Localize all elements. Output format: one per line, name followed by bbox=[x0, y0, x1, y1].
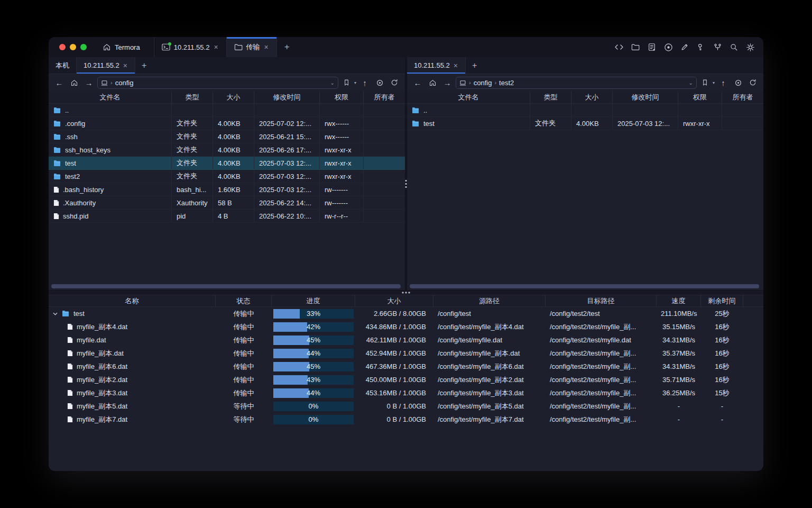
bookmark-button[interactable] bbox=[340, 76, 353, 89]
file-row[interactable]: .XauthorityXauthority58 B2025-06-22 14:.… bbox=[49, 196, 405, 210]
transfer-row[interactable]: test传输中33%2.66GB / 8.00GB/config/test/co… bbox=[49, 307, 763, 320]
file-type-cell: 文件夹 bbox=[172, 157, 213, 169]
column-header-速度[interactable]: 速度 bbox=[657, 295, 701, 306]
transfer-row[interactable]: myfile_副本4.dat传输中42%434.86MB / 1.00GB/co… bbox=[49, 320, 763, 333]
file-row[interactable]: .. bbox=[407, 104, 763, 117]
column-header-类型[interactable]: 类型 bbox=[530, 91, 571, 103]
bookmark-caret-icon[interactable]: ▾ bbox=[713, 80, 715, 85]
home-button[interactable] bbox=[68, 76, 80, 89]
transfer-row[interactable]: myfile_副本.dat传输中44%452.94MB / 1.00GB/con… bbox=[49, 347, 763, 360]
folder-button[interactable] bbox=[631, 42, 640, 52]
show-hidden-toggle[interactable] bbox=[732, 76, 744, 89]
left-horizontal-scrollbar[interactable] bbox=[51, 284, 401, 288]
transfer-status-cell: 等待中 bbox=[216, 402, 272, 411]
file-row[interactable]: .ssh文件夹4.00KB2025-06-21 15:...rwx------ bbox=[49, 130, 405, 143]
column-header-权限[interactable]: 权限 bbox=[320, 91, 364, 103]
file-type-cell: Xauthority bbox=[172, 196, 213, 209]
breadcrumb-segment[interactable]: config bbox=[474, 79, 492, 87]
file-row[interactable]: ssh_host_keys文件夹4.00KB2025-06-26 17:...r… bbox=[49, 143, 405, 157]
file-row[interactable]: test2文件夹4.00KB2025-07-03 12:...rwxr-xr-x bbox=[49, 170, 405, 183]
forward-button[interactable]: → bbox=[82, 76, 95, 89]
column-header-文件名[interactable]: 文件名 bbox=[407, 91, 530, 103]
file-row[interactable]: .. bbox=[49, 104, 405, 117]
home-button[interactable] bbox=[426, 76, 439, 89]
close-tab-icon[interactable]: × bbox=[264, 43, 269, 51]
column-header-修改时间[interactable]: 修改时间 bbox=[254, 91, 320, 103]
panel-tab-10.211.55.2[interactable]: 10.211.55.2× bbox=[407, 57, 466, 74]
column-header-剩余时间[interactable]: 剩余时间 bbox=[701, 295, 743, 306]
right-breadcrumb[interactable]: ›config›test2 ⌄ bbox=[456, 77, 697, 89]
notes-button[interactable] bbox=[647, 42, 657, 52]
file-row[interactable]: test文件夹4.00KB2025-07-03 12:...rwxr-xr-x bbox=[49, 157, 405, 170]
refresh-button[interactable] bbox=[746, 76, 759, 89]
transfer-eta-cell: 16秒 bbox=[701, 322, 743, 332]
maximize-window-button[interactable] bbox=[80, 44, 87, 50]
show-hidden-toggle[interactable] bbox=[373, 76, 386, 89]
file-row[interactable]: sshd.pidpid4 B2025-06-22 10:...rw-r--r-- bbox=[49, 210, 405, 223]
chevron-down-icon[interactable]: ⌄ bbox=[330, 80, 335, 86]
close-tab-icon[interactable]: × bbox=[213, 43, 218, 51]
minimize-window-button[interactable] bbox=[70, 44, 76, 50]
column-header-所有者[interactable]: 所有者 bbox=[722, 91, 763, 103]
transfer-row[interactable]: myfile_副本7.dat等待中0%0 B / 1.00GB/config/t… bbox=[49, 413, 763, 426]
transfer-name-cell: myfile_副本5.dat bbox=[49, 402, 216, 411]
new-panel-tab-button[interactable]: + bbox=[466, 57, 483, 74]
transfer-row[interactable]: myfile_副本2.dat传输中43%450.00MB / 1.00GB/co… bbox=[49, 373, 763, 386]
column-header-修改时间[interactable]: 修改时间 bbox=[613, 91, 678, 103]
breadcrumb-segment[interactable]: config bbox=[115, 79, 134, 87]
transfer-row[interactable]: myfile.dat传输中45%462.11MB / 1.00GB/config… bbox=[49, 333, 763, 347]
panel-tab-10.211.55.2[interactable]: 10.211.55.2× bbox=[77, 57, 135, 74]
new-panel-tab-button[interactable]: + bbox=[135, 57, 153, 74]
right-horizontal-scrollbar[interactable] bbox=[410, 284, 759, 288]
column-header-大小[interactable]: 大小 bbox=[355, 295, 433, 306]
column-header-大小[interactable]: 大小 bbox=[571, 91, 613, 103]
left-file-table: 文件名类型大小修改时间权限所有者 ...config文件夹4.00KB2025-… bbox=[49, 91, 405, 290]
eye-icon bbox=[376, 79, 384, 87]
back-button[interactable]: ← bbox=[411, 76, 424, 89]
file-row[interactable]: test文件夹4.00KB2025-07-03 12:...rwxr-xr-x bbox=[407, 117, 763, 130]
forward-button[interactable]: → bbox=[441, 76, 454, 89]
close-tab-icon[interactable]: × bbox=[123, 62, 128, 69]
left-breadcrumb[interactable]: ›config ⌄ bbox=[97, 77, 338, 89]
window-tab-10.211.55.2[interactable]: 10.211.55.2× bbox=[154, 37, 226, 57]
branch-button[interactable] bbox=[713, 42, 722, 52]
transfer-row[interactable]: myfile_副本6.dat传输中45%467.36MB / 1.00GB/co… bbox=[49, 360, 763, 373]
transfer-splitter[interactable] bbox=[49, 290, 763, 295]
close-window-button[interactable] bbox=[59, 44, 66, 50]
parent-directory-button[interactable]: ↑ bbox=[717, 76, 730, 89]
column-header-名称[interactable]: 名称 bbox=[49, 295, 216, 306]
transfer-row[interactable]: myfile_副本3.dat传输中44%453.16MB / 1.00GB/co… bbox=[49, 386, 763, 400]
column-header-类型[interactable]: 类型 bbox=[172, 91, 213, 103]
file-row[interactable]: .config文件夹4.00KB2025-07-02 12:...rwx----… bbox=[49, 117, 405, 130]
column-header-权限[interactable]: 权限 bbox=[678, 91, 722, 103]
panel-tab-本机[interactable]: 本机 bbox=[49, 57, 77, 74]
record-button[interactable] bbox=[663, 42, 673, 52]
key-button[interactable] bbox=[696, 42, 706, 52]
file-row[interactable]: .bash_historybash_hi...1.60KB2025-07-03 … bbox=[49, 183, 405, 196]
parent-directory-button[interactable]: ↑ bbox=[358, 76, 371, 89]
back-button[interactable]: ← bbox=[53, 76, 66, 89]
column-header-所有者[interactable]: 所有者 bbox=[364, 91, 405, 103]
right-panel-navbar: ← → ›config›test2 ⌄ ▾ ↑ bbox=[407, 74, 763, 91]
refresh-button[interactable] bbox=[388, 76, 401, 89]
search-button[interactable] bbox=[729, 42, 739, 52]
new-window-tab-button[interactable]: + bbox=[277, 37, 297, 57]
column-header-状态[interactable]: 状态 bbox=[216, 295, 272, 306]
pencil-button[interactable] bbox=[680, 42, 689, 52]
gear-button[interactable] bbox=[745, 42, 755, 52]
column-header-文件名[interactable]: 文件名 bbox=[49, 91, 172, 103]
transfer-row[interactable]: myfile_副本5.dat等待中0%0 B / 1.00GB/config/t… bbox=[49, 400, 763, 413]
chevron-down-icon[interactable]: ⌄ bbox=[689, 80, 693, 86]
column-header-大小[interactable]: 大小 bbox=[213, 91, 254, 103]
bookmark-button[interactable] bbox=[699, 76, 712, 89]
column-header-目标路径[interactable]: 目标路径 bbox=[546, 295, 657, 306]
collapse-chevron-icon[interactable] bbox=[52, 312, 58, 315]
app-home-tab[interactable]: Termora bbox=[96, 37, 154, 57]
close-tab-icon[interactable]: × bbox=[453, 62, 458, 69]
bookmark-caret-icon[interactable]: ▾ bbox=[354, 80, 356, 85]
breadcrumb-segment[interactable]: test2 bbox=[499, 79, 514, 87]
window-tab-传输[interactable]: 传输× bbox=[226, 37, 277, 57]
column-header-源路径[interactable]: 源路径 bbox=[433, 295, 546, 306]
column-header-进度[interactable]: 进度 bbox=[272, 295, 355, 306]
code-button[interactable] bbox=[614, 42, 624, 52]
